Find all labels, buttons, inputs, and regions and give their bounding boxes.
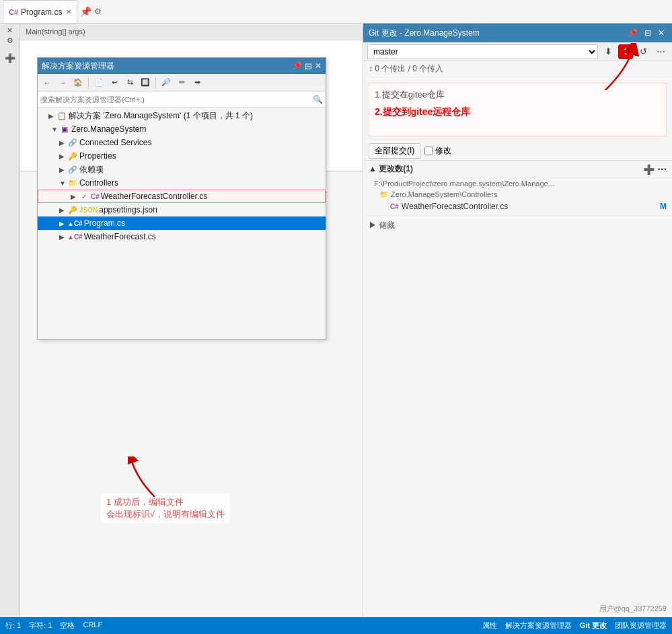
- git-title-label: Git 更改 - Zero.ManageSystem: [369, 28, 480, 39]
- wf-badge: ▲C#: [67, 233, 83, 241]
- toolbar-search-btn[interactable]: 🔎: [159, 76, 173, 89]
- props-expand: ▶: [59, 153, 67, 160]
- toolbar-doc-btn[interactable]: 📄: [92, 76, 106, 89]
- sol-toolbar: ← → 🏠 📄 ↩ ⇆ 🔲 🔎 ✏ ➡: [38, 74, 326, 91]
- toolbar-edit-btn[interactable]: ✏: [175, 76, 188, 89]
- commit-all-btn[interactable]: 全部提交(I): [369, 143, 420, 159]
- changes-header-actions: ➕ ⋯: [643, 164, 667, 175]
- more-changes-btn[interactable]: ⋯: [657, 164, 667, 175]
- connected-services-label: Connected Services: [79, 138, 151, 147]
- changes-count-label: ▲ 更改数(1): [369, 163, 413, 175]
- program-cs-tab[interactable]: C# Program.cs ✕: [3, 0, 77, 23]
- success-arrow-svg: [128, 457, 182, 497]
- tree-appsettings[interactable]: ▶ 🔑 JSON appsettings.json: [38, 203, 326, 216]
- git-changes-header: ▲ 更改数(1) ➕ ⋯: [363, 161, 672, 178]
- toolbar-grid-btn[interactable]: 🔲: [139, 76, 152, 89]
- code-line-1: [26, 43, 357, 55]
- modify-checkbox[interactable]: [424, 147, 433, 155]
- sol-search-input[interactable]: [40, 95, 313, 104]
- toolbar-swap-btn[interactable]: ⇆: [123, 76, 137, 89]
- change-file-row[interactable]: C# WeatherForecastController.cs M: [363, 200, 672, 212]
- sol-tree[interactable]: ▶ 📋 解决方案 'Zero.ManageSystem' (1 个项目，共 1 …: [38, 108, 326, 339]
- change-subfolder-row: 📁 Zero.ManageSystem\Controllers: [363, 189, 672, 200]
- code-header: Main(string[] args): [20, 24, 363, 40]
- change-subfolder: Zero.ManageSystem\Controllers: [391, 190, 497, 198]
- tree-project[interactable]: ▼ ▣ Zero.ManageSystem: [38, 122, 326, 136]
- more-btn[interactable]: ⋯: [653, 44, 668, 59]
- add-icon[interactable]: ➕: [5, 53, 15, 63]
- change-status-badge: M: [660, 202, 667, 211]
- git-step1: 1.提交在gitee仓库: [375, 89, 661, 101]
- sol-close-icon[interactable]: ✕: [315, 61, 322, 71]
- tree-solution[interactable]: ▶ 📋 解决方案 'Zero.ManageSystem' (1 个项目，共 1 …: [38, 109, 326, 122]
- json-expand: ▶: [59, 206, 67, 214]
- git-panel: Git 更改 - Zero.ManageSystem 📌 ⊟ ✕ master …: [363, 24, 672, 617]
- pgm-expand: ▶: [59, 220, 67, 227]
- sol-auto-hide-icon[interactable]: ⊟: [305, 61, 312, 71]
- sol-pin-icon[interactable]: 📌: [292, 61, 302, 71]
- sol-title-label: 解决方案资源管理器: [42, 61, 114, 72]
- sol-search-bar[interactable]: 🔍: [38, 91, 326, 108]
- tree-dependencies[interactable]: ▶ 🔗 依赖项: [38, 163, 326, 176]
- tree-connected-services[interactable]: ▶ 🔗 Connected Services: [38, 136, 326, 149]
- sol-title-bar: 解决方案资源管理器 📌 ⊟ ✕: [38, 58, 326, 74]
- toolbar-fwd-btn[interactable]: →: [56, 76, 69, 89]
- git-changes-tab[interactable]: Git 更改: [580, 621, 607, 631]
- solution-label: 解决方案 'Zero.ManageSystem' (1 个项目，共 1 个): [69, 110, 253, 122]
- pin-icon[interactable]: 📌: [80, 6, 91, 17]
- weatherforecast-cs-label: WeatherForecast.cs: [84, 232, 156, 241]
- modify-label: 修改: [435, 145, 451, 157]
- properties-tab[interactable]: 属性: [482, 621, 497, 631]
- success-text: 1 成功后，编辑文件会出现标识√，说明有编辑文件: [106, 497, 225, 519]
- tree-weatherforecast-cs[interactable]: ▶ ▲C# WeatherForecast.cs: [38, 230, 326, 243]
- solution-explorer-tab[interactable]: 解决方案资源管理器: [505, 621, 572, 631]
- push-arrow-svg: [565, 43, 646, 90]
- success-annotation: 1 成功后，编辑文件会出现标识√，说明有编辑文件: [101, 493, 230, 523]
- settings-panel-icon[interactable]: ⚙: [7, 36, 13, 45]
- change-path: F:\ProductProject\zero.manage.system\Zer…: [374, 180, 554, 188]
- json-badge: JSON: [79, 206, 98, 214]
- project-label: Zero.ManageSystem: [71, 124, 146, 134]
- encoding-info: CRLF: [83, 621, 102, 631]
- toolbar-back-btn[interactable]: ←: [40, 76, 54, 89]
- tab-label: Program.cs: [21, 7, 62, 17]
- tree-program-cs[interactable]: ▶ ▲C# Program.cs: [38, 216, 326, 230]
- bottom-left: 行: 1 字符: 1 空格 CRLF: [5, 621, 102, 631]
- toolbar-home-btn[interactable]: 🏠: [71, 76, 85, 89]
- controllers-folder-label: Controllers: [79, 178, 118, 188]
- git-close-btn[interactable]: ✕: [656, 28, 667, 38]
- add-change-btn[interactable]: ➕: [643, 164, 655, 175]
- tab-modified-dot: ✕: [66, 8, 71, 15]
- project-icon: ▣: [59, 124, 70, 134]
- branch-select[interactable]: master: [367, 44, 598, 59]
- breadcrumb: Main(string[] args): [26, 28, 85, 36]
- wfc-checkmark: ✓: [79, 191, 89, 202]
- git-stash-section[interactable]: ▶ 储藏: [363, 215, 672, 235]
- breadcrumb-method: Main(string[] args): [26, 28, 85, 36]
- wfc-expand: ▶: [71, 193, 79, 200]
- properties-label: Properties: [79, 151, 116, 161]
- toolbar-arrow-btn[interactable]: ➡: [190, 76, 204, 89]
- git-commit-toolbar: 全部提交(I) 修改: [363, 142, 672, 161]
- git-pin-btn[interactable]: 📌: [626, 28, 640, 38]
- line-info: 行: 1: [5, 621, 21, 631]
- settings-icon[interactable]: ⚙: [94, 7, 102, 16]
- close-panel-icon[interactable]: ✕: [7, 26, 13, 35]
- ctrl-expand: ▼: [59, 180, 67, 187]
- left-vertical-toolbar: ✕ ⚙ ➕: [0, 24, 20, 617]
- tree-properties[interactable]: ▶ 🔑 Properties: [38, 149, 326, 163]
- deps-label: 依赖项: [79, 164, 104, 175]
- git-autohide-btn[interactable]: ⊟: [642, 28, 653, 38]
- toolbar-undo-btn[interactable]: ↩: [108, 76, 121, 89]
- pgm-badge: ▲C#: [67, 220, 83, 227]
- change-cs-icon: C#: [390, 203, 399, 210]
- char-info: 字符: 1: [29, 621, 52, 631]
- team-explorer-tab[interactable]: 团队资源管理器: [615, 621, 667, 631]
- tree-controllers-folder[interactable]: ▼ 📁 Controllers: [38, 176, 326, 190]
- tree-weatherforecast-controller[interactable]: ▶ ✓ C# WeatherForecastController.cs: [38, 190, 326, 203]
- git-title-actions: 📌 ⊟ ✕: [626, 28, 667, 38]
- git-title-bar: Git 更改 - Zero.ManageSystem 📌 ⊟ ✕: [363, 24, 672, 42]
- wf-expand: ▶: [59, 233, 67, 241]
- modify-checkbox-container[interactable]: 修改: [424, 145, 451, 157]
- change-path-row: F:\ProductProject\zero.manage.system\Zer…: [363, 178, 672, 189]
